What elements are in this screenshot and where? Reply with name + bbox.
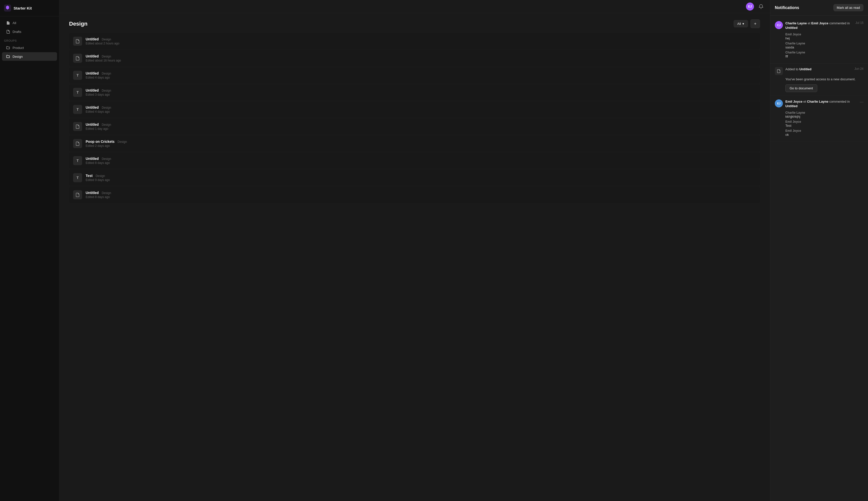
file-tag: Design: [102, 38, 111, 41]
list-item[interactable]: T Untitled Design Edited 4 days ago: [69, 67, 760, 83]
sidebar-item-drafts[interactable]: Drafts: [2, 28, 57, 36]
notification-text: Charlie Layne et Emil Joyce commented in…: [785, 21, 853, 30]
file-name: Untitled Design: [86, 191, 756, 195]
text-file-icon: T: [73, 105, 82, 114]
file-name: Untitled Design: [86, 157, 756, 161]
list-item[interactable]: T Test Design Edited 9 days ago: [69, 170, 760, 186]
file-tag: Design: [102, 55, 111, 58]
notification-date: Jul 15: [856, 21, 864, 24]
avatar[interactable]: EJ: [746, 2, 754, 11]
filter-dropdown[interactable]: All ▾: [734, 20, 748, 28]
avatar: CJ: [775, 21, 783, 29]
more-options-icon[interactable]: ···: [860, 99, 864, 105]
comment-author: Charlie Layne: [785, 42, 864, 45]
app-title: Starter Kit: [13, 6, 32, 10]
file-tag: Design: [102, 106, 111, 109]
notifications-header: Notifications Mark all as read: [770, 0, 868, 15]
notifications-bell-icon[interactable]: [757, 2, 765, 11]
filter-label: All: [738, 22, 741, 25]
file-meta: Edited 9 days ago: [86, 178, 756, 182]
file-info: Test Design Edited 9 days ago: [86, 174, 756, 182]
file-tag: Design: [96, 174, 105, 178]
app-logo-icon: [4, 4, 11, 12]
comment-entry: Charlie Layne kkhjjkhkjhj: [785, 111, 864, 118]
file-info: Untitled Design Edited 4 days ago: [86, 105, 756, 114]
comment-author: Emil Joyce: [785, 120, 864, 124]
file-meta: Edited 8 days ago: [86, 195, 756, 199]
file-info: Untitled Design Edited 4 days ago: [86, 71, 756, 79]
notifications-title: Notifications: [775, 6, 799, 10]
list-item[interactable]: Untitled Design Edited 1 day ago: [69, 118, 760, 135]
list-item[interactable]: Untitled Design Edited 8 days ago: [69, 187, 760, 203]
comment-text: hej: [785, 36, 864, 40]
file-info: Untitled Design Edited about 16 hours ag…: [86, 54, 756, 62]
file-meta: Edited 1 day ago: [86, 127, 756, 130]
file-meta: Edited 4 days ago: [86, 110, 756, 114]
notifications-list: CJ Charlie Layne et Emil Joyce commented…: [770, 15, 868, 501]
comment-entry: Charlie Layne fff: [785, 51, 864, 58]
notification-date: Jun 24: [855, 67, 864, 71]
file-info: Untitled Design Edited 1 day ago: [86, 122, 756, 130]
sidebar-item-design-label: Design: [12, 55, 23, 58]
file-name: Untitled Design: [86, 71, 756, 75]
sidebar-item-drafts-label: Drafts: [12, 30, 21, 34]
notification-item-header: CJ Charlie Layne et Emil Joyce commented…: [775, 21, 864, 31]
list-item[interactable]: Untitled Design Edited about 2 hours ago: [69, 33, 760, 49]
page-title: Design: [69, 21, 87, 27]
file-meta: Edited about 2 hours ago: [86, 42, 756, 45]
file-name: Untitled Design: [86, 88, 756, 92]
file-name: Poop on Crickets Design: [86, 140, 756, 143]
notification-item: CJ Charlie Layne et Emil Joyce commented…: [770, 18, 868, 64]
list-item[interactable]: T Untitled Design Edited 4 days ago: [69, 102, 760, 117]
folder-icon: [6, 46, 10, 50]
file-name: Untitled Design: [86, 37, 756, 41]
list-item[interactable]: Untitled Design Edited about 16 hours ag…: [69, 50, 760, 66]
sidebar-header: Starter Kit: [0, 0, 59, 16]
file-name: Untitled Design: [86, 105, 756, 109]
file-meta: Edited 4 days ago: [86, 76, 756, 79]
sidebar-item-product[interactable]: Product: [2, 43, 57, 52]
file-meta: Edited 2 days ago: [86, 144, 756, 148]
file-info: Untitled Design Edited 8 days ago: [86, 157, 756, 165]
file-tag: Design: [117, 140, 127, 143]
comment-thread: Emil Joyce hej Charlie Layne sasda Charl…: [785, 33, 864, 58]
list-item[interactable]: T Untitled Design Edited 3 days ago: [69, 84, 760, 100]
file-meta: Edited about 16 hours ago: [86, 59, 756, 62]
text-file-icon: T: [73, 173, 82, 182]
notification-item: EJ Emil Joyce et Charlie Layne commented…: [770, 96, 868, 142]
comment-thread: Charlie Layne kkhjjkhkjhj Emil Joyce Tes…: [785, 111, 864, 137]
comment-text: ok: [785, 133, 864, 137]
file-name: Untitled Design: [86, 122, 756, 127]
text-file-icon: T: [73, 156, 82, 165]
notification-item: Added to Untitled Jun 24 You've been gra…: [770, 64, 868, 96]
sidebar-item-all[interactable]: All: [2, 19, 57, 27]
content-controls: All ▾ ＋: [734, 19, 760, 28]
file-info: Untitled Design Edited about 2 hours ago: [86, 37, 756, 45]
comment-author: Emil Joyce: [785, 33, 864, 36]
comment-text: sasda: [785, 45, 864, 49]
content-area: Design All ▾ ＋ Untitled Design Edited ab…: [59, 13, 770, 501]
file-meta: Edited 3 days ago: [86, 93, 756, 96]
comment-author: Emil Joyce: [785, 129, 864, 132]
sidebar-item-design[interactable]: Design: [2, 52, 57, 61]
notification-text: Emil Joyce et Charlie Layne commented in…: [785, 99, 856, 108]
notifications-panel: Notifications Mark all as read CJ Charli…: [770, 0, 868, 501]
go-to-document-button[interactable]: Go to document: [785, 84, 817, 92]
add-button[interactable]: ＋: [751, 19, 760, 28]
drafts-icon: [6, 30, 10, 34]
doc-file-icon: [73, 37, 82, 46]
file-tag: Design: [102, 89, 111, 92]
notification-body: Charlie Layne et Emil Joyce commented in…: [785, 21, 853, 31]
groups-section-label: Groups: [0, 36, 59, 43]
file-tag: Design: [102, 157, 111, 161]
list-item[interactable]: T Untitled Design Edited 8 days ago: [69, 153, 760, 169]
list-item[interactable]: Poop on Crickets Design Edited 2 days ag…: [69, 136, 760, 152]
file-name: Untitled Design: [86, 54, 756, 58]
doc-file-icon: [73, 54, 82, 63]
file-meta: Edited 8 days ago: [86, 161, 756, 165]
comment-text: Test: [785, 124, 864, 128]
doc-file-icon: [73, 139, 82, 148]
comment-entry: Charlie Layne sasda: [785, 42, 864, 49]
mark-all-read-button[interactable]: Mark all as read: [833, 4, 864, 11]
comment-text: kkhjjkhkjhj: [785, 115, 864, 118]
